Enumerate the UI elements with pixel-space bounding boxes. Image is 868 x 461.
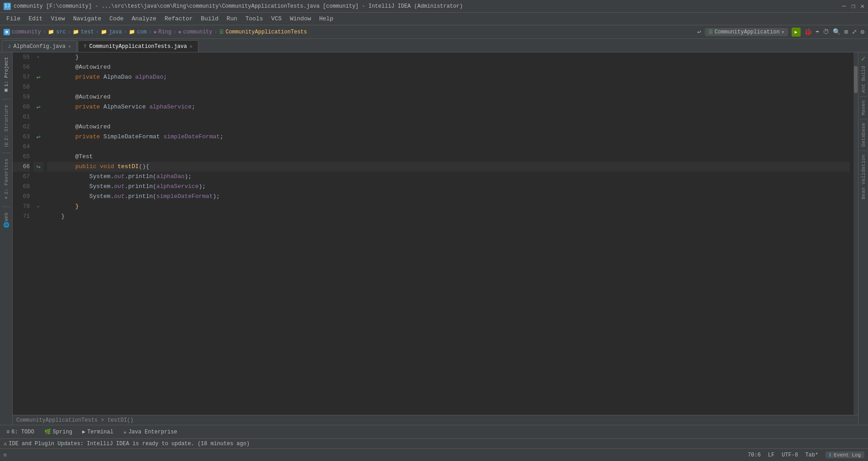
cursor-position[interactable]: 70:6 [748, 452, 761, 458]
menu-code[interactable]: Code [106, 14, 127, 23]
code-line-70: } [47, 202, 850, 212]
run-button[interactable]: ▶ [792, 28, 801, 37]
vertical-scrollbar[interactable] [854, 52, 858, 415]
fold-icon-70[interactable]: ▸ [37, 204, 40, 209]
code-line-64 [47, 142, 850, 152]
navigate-back-icon[interactable]: ↩ [697, 28, 701, 36]
ant-build-tab[interactable]: Ant Build [860, 63, 867, 95]
profile-button[interactable]: ⏱ [823, 28, 829, 36]
breadcrumb-bar: ▣ community › 📁 src › 📁 test › 📁 java › … [0, 25, 868, 39]
search-icon[interactable]: 🔍 [833, 28, 840, 36]
menu-vcs[interactable]: VCS [268, 14, 285, 23]
expand-icon[interactable]: ⤢ [852, 28, 857, 36]
right-divider2 [860, 119, 867, 119]
right-divider3 [860, 151, 867, 151]
menu-edit[interactable]: Edit [25, 14, 46, 23]
code-line-62: @Autowired [47, 122, 850, 132]
menu-file[interactable]: File [3, 14, 24, 23]
line-numbers: 55 56 57 58 59 60 61 62 63 64 65 66 67 6… [13, 52, 33, 415]
code-line-66: public void testDI(){ [47, 162, 850, 172]
code-editor: 55 56 57 58 59 60 61 62 63 64 65 66 67 6… [13, 52, 858, 425]
window-controls[interactable]: — ❐ ✕ [842, 2, 864, 10]
status-bar: ⊞ 70:6 LF UTF-8 Tab* ℹ Event Log [0, 448, 868, 461]
run-configuration[interactable]: ☰ CommunityApplication ▾ [705, 28, 788, 36]
project-view-icon[interactable]: ⊞ [844, 28, 848, 36]
menu-run[interactable]: Run [223, 14, 241, 23]
project-tab[interactable]: ▣1: Project [2, 55, 10, 95]
main-area: ▣1: Project ☰2: Structure ★2: Favorites … [0, 52, 868, 425]
coverage-button[interactable]: ☂ [816, 28, 819, 36]
code-text[interactable]: } @Autowired private AlphaDao alphaDao; … [43, 52, 854, 415]
maximize-button[interactable]: ❐ [851, 2, 855, 10]
event-log-button[interactable]: ℹ Event Log [826, 452, 864, 458]
indent-setting[interactable]: Tab* [805, 452, 818, 458]
run-marker-60[interactable]: ↩ [36, 103, 40, 112]
tab-alphaconfig[interactable]: J AlphaConfig.java ✕ [2, 40, 77, 52]
test-file-icon: T [84, 44, 87, 49]
breadcrumb-community[interactable]: community [12, 29, 41, 35]
terminal-tab[interactable]: ▶ Terminal [78, 428, 118, 436]
database-tab[interactable]: Database [860, 120, 867, 150]
menu-help[interactable]: Help [316, 14, 337, 23]
app-icon: IJ [4, 3, 11, 10]
terminal-icon: ▶ [82, 428, 85, 435]
menu-navigate[interactable]: Navigate [70, 14, 105, 23]
window-title: community [F:\community] - ...\src\test\… [14, 3, 463, 9]
bean-validation-tab[interactable]: Bean Validation [860, 152, 867, 202]
menu-refactor[interactable]: Refactor [161, 14, 196, 23]
code-line-57: private AlphaDao alphaDao; [47, 72, 850, 82]
menu-tools[interactable]: Tools [242, 14, 267, 23]
spring-tab[interactable]: 🌿 Spring [40, 428, 77, 436]
todo-tab[interactable]: ≡ 6: TODO [2, 428, 39, 436]
debug-button[interactable]: 🐞 [804, 28, 812, 36]
run-marker-57[interactable]: ↩ [36, 73, 40, 82]
web-tab[interactable]: 🌐Web [2, 211, 10, 230]
status-right: 70:6 LF UTF-8 Tab* ℹ Event Log [748, 452, 864, 458]
menu-analyze[interactable]: Analyze [128, 14, 160, 23]
title-bar-left: IJ community [F:\community] - ...\src\te… [4, 3, 463, 10]
title-bar: IJ community [F:\community] - ...\src\te… [0, 0, 868, 13]
divider3 [2, 207, 10, 207]
code-line-67: System.out.println(alphaDao); [47, 172, 850, 182]
scrollbar-thumb[interactable] [854, 66, 858, 93]
java-enterprise-icon: ☕ [123, 428, 127, 435]
encoding[interactable]: UTF-8 [782, 452, 798, 458]
code-line-69: System.out.println(simpleDateFormat); [47, 192, 850, 202]
maven-tab[interactable]: Maven [860, 98, 867, 118]
code-line-59: @Autowired [47, 92, 850, 102]
divider [2, 99, 10, 99]
menu-build[interactable]: Build [197, 14, 222, 23]
check-mark: ✓ [861, 54, 866, 63]
divider2 [2, 153, 10, 153]
gutter: ▸ ↩ ↩ ↩ ↪ [33, 52, 43, 415]
run-marker-66[interactable]: ↪ [36, 163, 40, 171]
tab-communityapplicationtests[interactable]: T CommunityApplicationTests.java ✕ [78, 40, 198, 52]
menu-bar: File Edit View Navigate Code Analyze Ref… [0, 13, 868, 25]
menu-view[interactable]: View [47, 14, 68, 23]
minimize-button[interactable]: — [842, 2, 846, 10]
tab-close-alphaconfig[interactable]: ✕ [68, 44, 71, 49]
code-line-56: @Autowired [47, 62, 850, 72]
tab-close-communityapplicationtests[interactable]: ✕ [190, 44, 193, 49]
close-button[interactable]: ✕ [861, 2, 864, 10]
code-line-68: System.out.println(alphaService); [47, 182, 850, 192]
favorites-tab[interactable]: ★2: Favorites [2, 157, 10, 203]
editor-tab-bar: J AlphaConfig.java ✕ T CommunityApplicat… [0, 39, 868, 52]
java-enterprise-tab[interactable]: ☕ Java Enterprise [119, 428, 182, 436]
left-panel-tabs: ▣1: Project ☰2: Structure ★2: Favorites … [0, 52, 13, 425]
run-marker-63[interactable]: ↩ [36, 133, 40, 141]
gutter-line-55: ▸ [33, 52, 43, 62]
code-line-63: private SimpleDateFormat simpleDateForma… [47, 132, 850, 142]
line-ending[interactable]: LF [768, 452, 774, 458]
notification-icon: ⚠ [4, 440, 7, 447]
fold-icon-55[interactable]: ▸ [33, 52, 43, 62]
menu-window[interactable]: Window [286, 14, 315, 23]
code-line-55: } [47, 52, 850, 62]
notification-bar: ⚠ IDE and Plugin Updates: IntelliJ IDEA … [0, 438, 868, 448]
spring-icon: 🌿 [44, 428, 51, 435]
settings-icon[interactable]: ⚙ [861, 28, 864, 36]
run-config-dropdown-icon[interactable]: ▾ [782, 29, 784, 35]
code-line-58 [47, 82, 850, 92]
code-line-60: private AlphaService alphaService; [47, 102, 850, 112]
structure-tab[interactable]: ☰2: Structure [2, 103, 10, 149]
